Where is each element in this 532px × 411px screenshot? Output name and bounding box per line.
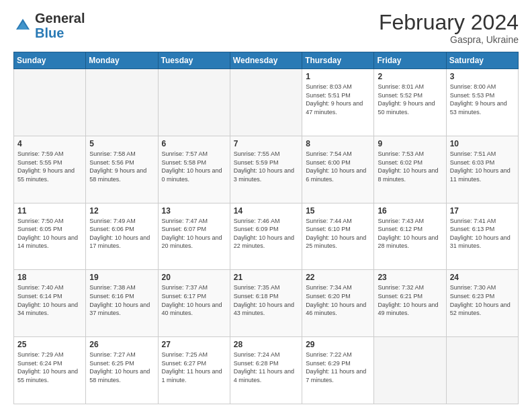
table-row: 21Sunrise: 7:35 AM Sunset: 6:18 PM Dayli… [230, 270, 302, 337]
table-row: 16Sunrise: 7:43 AM Sunset: 6:12 PM Dayli… [374, 203, 446, 270]
table-row: 26Sunrise: 7:27 AM Sunset: 6:25 PM Dayli… [86, 337, 158, 404]
day-info: Sunrise: 7:55 AM Sunset: 5:59 PM Dayligh… [234, 150, 298, 183]
table-row: 6Sunrise: 7:57 AM Sunset: 5:58 PM Daylig… [158, 136, 230, 203]
day-number: 8 [306, 139, 370, 148]
calendar-week-row: 25Sunrise: 7:29 AM Sunset: 6:24 PM Dayli… [14, 337, 519, 404]
day-number: 19 [89, 273, 154, 282]
day-info: Sunrise: 8:00 AM Sunset: 5:53 PM Dayligh… [450, 83, 515, 116]
day-number: 5 [89, 139, 154, 148]
table-row: 18Sunrise: 7:40 AM Sunset: 6:14 PM Dayli… [14, 270, 86, 337]
table-row [446, 337, 518, 404]
table-row: 13Sunrise: 7:47 AM Sunset: 6:07 PM Dayli… [158, 203, 230, 270]
calendar-table: Sunday Monday Tuesday Wednesday Thursday… [13, 52, 519, 404]
table-row: 25Sunrise: 7:29 AM Sunset: 6:24 PM Dayli… [14, 337, 86, 404]
table-row: 28Sunrise: 7:24 AM Sunset: 6:28 PM Dayli… [230, 337, 302, 404]
day-info: Sunrise: 7:50 AM Sunset: 6:05 PM Dayligh… [17, 217, 82, 250]
col-wednesday: Wednesday [230, 52, 302, 69]
day-info: Sunrise: 7:47 AM Sunset: 6:07 PM Dayligh… [162, 217, 226, 250]
table-row: 23Sunrise: 7:32 AM Sunset: 6:21 PM Dayli… [374, 270, 446, 337]
day-info: Sunrise: 7:30 AM Sunset: 6:23 PM Dayligh… [450, 283, 515, 317]
day-info: Sunrise: 8:03 AM Sunset: 5:51 PM Dayligh… [306, 83, 370, 116]
logo-blue: Blue [35, 26, 64, 40]
table-row: 10Sunrise: 7:51 AM Sunset: 6:03 PM Dayli… [446, 136, 518, 203]
day-number: 2 [378, 72, 442, 81]
calendar-week-row: 11Sunrise: 7:50 AM Sunset: 6:05 PM Dayli… [14, 203, 519, 270]
day-number: 1 [306, 72, 370, 81]
day-number: 15 [306, 206, 370, 216]
table-row: 20Sunrise: 7:37 AM Sunset: 6:17 PM Dayli… [158, 270, 230, 337]
logo: General Blue [13, 11, 85, 40]
table-row [86, 69, 158, 136]
day-info: Sunrise: 7:43 AM Sunset: 6:12 PM Dayligh… [378, 217, 442, 250]
day-number: 14 [234, 206, 298, 216]
day-info: Sunrise: 7:29 AM Sunset: 6:24 PM Dayligh… [17, 351, 82, 384]
table-row: 14Sunrise: 7:46 AM Sunset: 6:09 PM Dayli… [230, 203, 302, 270]
col-tuesday: Tuesday [158, 52, 230, 69]
calendar-week-row: 18Sunrise: 7:40 AM Sunset: 6:14 PM Dayli… [14, 270, 519, 337]
day-number: 6 [162, 139, 226, 148]
day-info: Sunrise: 7:32 AM Sunset: 6:21 PM Dayligh… [378, 283, 442, 317]
day-number: 3 [450, 72, 515, 81]
day-info: Sunrise: 8:01 AM Sunset: 5:52 PM Dayligh… [378, 83, 442, 116]
day-info: Sunrise: 7:51 AM Sunset: 6:03 PM Dayligh… [450, 150, 515, 183]
day-info: Sunrise: 7:35 AM Sunset: 6:18 PM Dayligh… [234, 283, 298, 317]
logo-icon [13, 16, 32, 35]
table-row: 9Sunrise: 7:53 AM Sunset: 6:02 PM Daylig… [374, 136, 446, 203]
header: General Blue February 2024 Gaspra, Ukrai… [13, 11, 519, 45]
table-row: 11Sunrise: 7:50 AM Sunset: 6:05 PM Dayli… [14, 203, 86, 270]
logo-text: General Blue [35, 11, 85, 40]
day-number: 23 [378, 273, 442, 282]
table-row: 7Sunrise: 7:55 AM Sunset: 5:59 PM Daylig… [230, 136, 302, 203]
day-info: Sunrise: 7:53 AM Sunset: 6:02 PM Dayligh… [378, 150, 442, 183]
table-row: 27Sunrise: 7:25 AM Sunset: 6:27 PM Dayli… [158, 337, 230, 404]
table-row [374, 337, 446, 404]
day-info: Sunrise: 7:54 AM Sunset: 6:00 PM Dayligh… [306, 150, 370, 183]
table-row [14, 69, 86, 136]
table-row: 8Sunrise: 7:54 AM Sunset: 6:00 PM Daylig… [302, 136, 374, 203]
day-number: 29 [306, 340, 370, 349]
calendar-header-row: Sunday Monday Tuesday Wednesday Thursday… [14, 52, 519, 69]
col-saturday: Saturday [446, 52, 518, 69]
calendar-week-row: 1Sunrise: 8:03 AM Sunset: 5:51 PM Daylig… [14, 69, 519, 136]
table-row: 22Sunrise: 7:34 AM Sunset: 6:20 PM Dayli… [302, 270, 374, 337]
table-row: 2Sunrise: 8:01 AM Sunset: 5:52 PM Daylig… [374, 69, 446, 136]
day-info: Sunrise: 7:41 AM Sunset: 6:13 PM Dayligh… [450, 217, 515, 250]
day-info: Sunrise: 7:57 AM Sunset: 5:58 PM Dayligh… [162, 150, 226, 183]
day-number: 25 [17, 340, 82, 349]
day-number: 21 [234, 273, 298, 282]
day-info: Sunrise: 7:27 AM Sunset: 6:25 PM Dayligh… [89, 351, 154, 384]
table-row [230, 69, 302, 136]
day-number: 13 [162, 206, 226, 216]
table-row: 12Sunrise: 7:49 AM Sunset: 6:06 PM Dayli… [86, 203, 158, 270]
col-sunday: Sunday [14, 52, 86, 69]
day-number: 18 [17, 273, 82, 282]
day-number: 11 [17, 206, 82, 216]
day-info: Sunrise: 7:44 AM Sunset: 6:10 PM Dayligh… [306, 217, 370, 250]
table-row: 19Sunrise: 7:38 AM Sunset: 6:16 PM Dayli… [86, 270, 158, 337]
day-number: 16 [378, 206, 442, 216]
day-info: Sunrise: 7:38 AM Sunset: 6:16 PM Dayligh… [89, 283, 154, 317]
day-number: 24 [450, 273, 515, 282]
day-info: Sunrise: 7:34 AM Sunset: 6:20 PM Dayligh… [306, 283, 370, 317]
day-info: Sunrise: 7:46 AM Sunset: 6:09 PM Dayligh… [234, 217, 298, 250]
table-row: 4Sunrise: 7:59 AM Sunset: 5:55 PM Daylig… [14, 136, 86, 203]
day-info: Sunrise: 7:24 AM Sunset: 6:28 PM Dayligh… [234, 351, 298, 384]
day-number: 4 [17, 139, 82, 148]
day-number: 9 [378, 139, 442, 148]
day-info: Sunrise: 7:58 AM Sunset: 5:56 PM Dayligh… [89, 150, 154, 183]
day-info: Sunrise: 7:40 AM Sunset: 6:14 PM Dayligh… [17, 283, 82, 317]
day-number: 10 [450, 139, 515, 148]
day-number: 28 [234, 340, 298, 349]
col-monday: Monday [86, 52, 158, 69]
logo-general: General [35, 11, 85, 26]
calendar-week-row: 4Sunrise: 7:59 AM Sunset: 5:55 PM Daylig… [14, 136, 519, 203]
day-info: Sunrise: 7:25 AM Sunset: 6:27 PM Dayligh… [162, 351, 226, 384]
table-row [158, 69, 230, 136]
table-row: 24Sunrise: 7:30 AM Sunset: 6:23 PM Dayli… [446, 270, 518, 337]
day-info: Sunrise: 7:22 AM Sunset: 6:29 PM Dayligh… [306, 351, 370, 384]
day-number: 26 [89, 340, 154, 349]
day-number: 27 [162, 340, 226, 349]
day-number: 22 [306, 273, 370, 282]
table-row: 1Sunrise: 8:03 AM Sunset: 5:51 PM Daylig… [302, 69, 374, 136]
day-number: 7 [234, 139, 298, 148]
